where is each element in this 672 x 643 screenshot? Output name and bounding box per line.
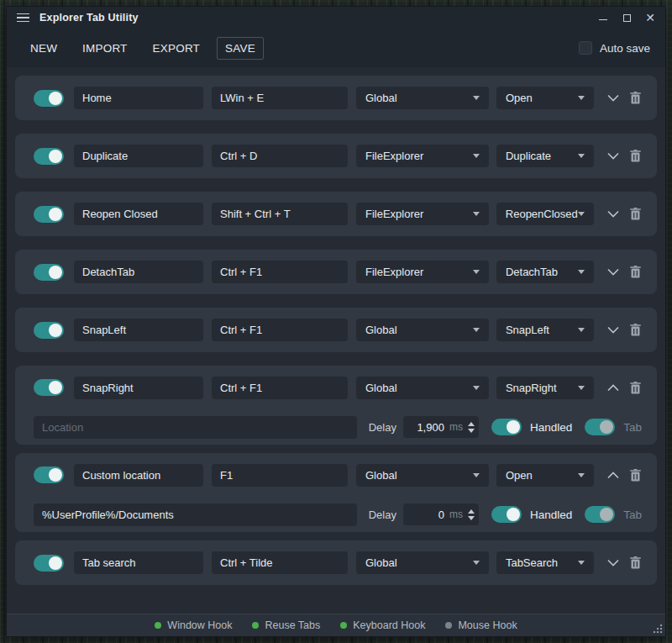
expand-collapse-button[interactable] bbox=[606, 207, 621, 222]
delay-input[interactable]: 0 ms bbox=[403, 503, 479, 525]
scope-value: Global bbox=[365, 556, 397, 569]
tab-toggle[interactable] bbox=[585, 506, 615, 523]
chevron-down-icon bbox=[578, 561, 585, 565]
scope-dropdown[interactable]: Global bbox=[356, 551, 489, 574]
menu-item-import[interactable]: IMPORT bbox=[74, 37, 135, 60]
expand-collapse-button[interactable] bbox=[606, 265, 621, 280]
name-input[interactable] bbox=[74, 464, 203, 487]
scope-dropdown[interactable]: Global bbox=[356, 87, 489, 109]
action-dropdown[interactable]: ReopenClosed bbox=[496, 203, 594, 225]
expand-collapse-button[interactable] bbox=[606, 467, 621, 482]
chevron-icon bbox=[607, 152, 619, 160]
action-dropdown[interactable]: SnapLeft bbox=[496, 319, 594, 341]
hotkey-input[interactable] bbox=[212, 464, 348, 487]
maximize-button[interactable] bbox=[622, 13, 632, 23]
enabled-toggle[interactable] bbox=[34, 322, 64, 339]
delete-button[interactable] bbox=[628, 207, 642, 222]
trash-icon bbox=[630, 208, 641, 220]
spinner-down-icon[interactable] bbox=[468, 429, 475, 433]
hotkey-input[interactable] bbox=[212, 261, 348, 283]
enabled-toggle[interactable] bbox=[34, 466, 64, 483]
enabled-toggle[interactable] bbox=[34, 90, 64, 107]
name-input[interactable] bbox=[74, 145, 203, 167]
delete-button[interactable] bbox=[628, 265, 642, 280]
hotkey-row: FileExplorer ReopenClosed bbox=[15, 192, 657, 236]
name-input[interactable] bbox=[74, 203, 203, 225]
enabled-toggle[interactable] bbox=[34, 264, 64, 281]
chevron-down-icon bbox=[473, 386, 480, 390]
action-dropdown[interactable]: TabSearch bbox=[496, 551, 594, 574]
expand-collapse-button[interactable] bbox=[606, 380, 621, 395]
resize-grip-icon[interactable] bbox=[653, 624, 663, 634]
delay-spinner[interactable] bbox=[467, 508, 475, 522]
delay-input[interactable]: 1,900 ms bbox=[403, 416, 479, 438]
hotkey-input[interactable] bbox=[212, 377, 348, 399]
spinner-up-icon[interactable] bbox=[468, 509, 475, 514]
action-dropdown[interactable]: Duplicate bbox=[496, 145, 594, 167]
action-dropdown[interactable]: SnapRight bbox=[496, 377, 594, 399]
expand-collapse-button[interactable] bbox=[606, 323, 621, 338]
trash-icon bbox=[630, 469, 641, 482]
delete-button[interactable] bbox=[628, 380, 642, 395]
hotkey-input[interactable] bbox=[212, 551, 348, 574]
status-label: Reuse Tabs bbox=[265, 619, 320, 631]
delay-spinner[interactable] bbox=[467, 420, 475, 435]
tab-label: Tab bbox=[623, 421, 642, 434]
delete-button[interactable] bbox=[628, 91, 642, 106]
location-input[interactable] bbox=[34, 503, 357, 526]
spinner-up-icon[interactable] bbox=[468, 422, 475, 426]
name-input[interactable] bbox=[74, 319, 203, 341]
expand-collapse-button[interactable] bbox=[606, 149, 621, 164]
trash-icon bbox=[630, 266, 641, 278]
action-value: Open bbox=[506, 469, 533, 482]
expand-collapse-button[interactable] bbox=[606, 556, 621, 571]
enabled-toggle[interactable] bbox=[34, 555, 64, 572]
hotkey-row: FileExplorer DetachTab bbox=[15, 250, 657, 294]
chevron-icon bbox=[607, 210, 619, 218]
tab-toggle[interactable] bbox=[585, 419, 615, 435]
hotkey-input[interactable] bbox=[212, 203, 348, 225]
scope-dropdown[interactable]: FileExplorer bbox=[356, 261, 489, 283]
toggle-knob bbox=[49, 266, 62, 279]
name-input[interactable] bbox=[74, 261, 203, 283]
name-input[interactable] bbox=[74, 87, 203, 109]
autosave-checkbox[interactable] bbox=[579, 41, 592, 55]
delete-button[interactable] bbox=[628, 556, 642, 571]
handled-toggle[interactable] bbox=[491, 506, 522, 523]
close-button[interactable]: ✕ bbox=[645, 13, 655, 23]
delete-button[interactable] bbox=[628, 467, 642, 482]
scope-value: FileExplorer bbox=[365, 208, 423, 220]
trash-icon bbox=[630, 324, 641, 336]
expand-collapse-button[interactable] bbox=[606, 91, 621, 106]
name-input[interactable] bbox=[74, 551, 203, 574]
hotkey-input[interactable] bbox=[212, 145, 348, 167]
scope-dropdown[interactable]: Global bbox=[356, 377, 489, 399]
scope-value: Global bbox=[365, 92, 397, 104]
enabled-toggle[interactable] bbox=[34, 206, 64, 223]
spinner-down-icon[interactable] bbox=[468, 516, 475, 520]
minimize-button[interactable] bbox=[598, 13, 608, 23]
delete-button[interactable] bbox=[628, 323, 642, 338]
handled-toggle[interactable] bbox=[491, 419, 522, 435]
hamburger-menu-icon[interactable] bbox=[17, 13, 29, 23]
delete-button[interactable] bbox=[628, 149, 642, 164]
scope-dropdown[interactable]: FileExplorer bbox=[356, 203, 489, 225]
action-dropdown[interactable]: DetachTab bbox=[496, 261, 594, 283]
menu-item-export[interactable]: EXPORT bbox=[144, 37, 208, 60]
menu-item-save[interactable]: SAVE bbox=[217, 37, 264, 60]
chevron-icon bbox=[607, 268, 619, 276]
hotkey-list: Global Open bbox=[7, 67, 665, 614]
menu-item-new[interactable]: NEW bbox=[22, 37, 66, 60]
window-controls: ✕ bbox=[598, 13, 655, 23]
action-dropdown[interactable]: Open bbox=[496, 464, 594, 487]
action-dropdown[interactable]: Open bbox=[496, 87, 594, 109]
scope-dropdown[interactable]: Global bbox=[356, 319, 489, 341]
scope-dropdown[interactable]: FileExplorer bbox=[356, 145, 489, 167]
name-input[interactable] bbox=[74, 377, 203, 399]
enabled-toggle[interactable] bbox=[34, 148, 64, 165]
enabled-toggle[interactable] bbox=[34, 379, 64, 396]
location-input[interactable] bbox=[34, 416, 357, 439]
hotkey-input[interactable] bbox=[212, 87, 348, 109]
scope-dropdown[interactable]: Global bbox=[356, 464, 489, 487]
hotkey-input[interactable] bbox=[212, 319, 348, 341]
